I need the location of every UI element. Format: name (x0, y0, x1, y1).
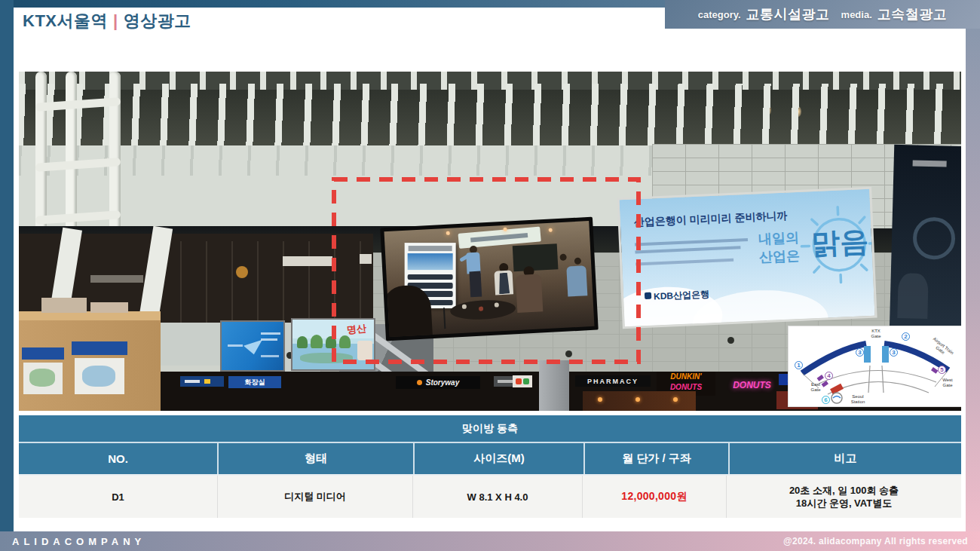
tower-pipe (35, 72, 47, 236)
small-logo-sign (513, 375, 532, 387)
paper-plane-graphic (243, 333, 265, 354)
neon-donuts-sign: DONUTS (720, 375, 784, 396)
poster-text-bar (228, 344, 243, 347)
map-label-seoul-station: Seoul Station (846, 394, 870, 405)
restaurant-logo-circle (236, 266, 248, 278)
kiosk-info-plate (22, 347, 64, 360)
map-label-east-gate: East Gate (807, 382, 825, 393)
kiosk-box (41, 298, 87, 313)
media-value: 고속철광고 (877, 5, 948, 23)
neon-donuts-label: DONUTS (733, 380, 771, 390)
facade-mullions (19, 84, 961, 147)
cell-type: 디지털 미디어 (218, 476, 413, 518)
sign-text-bar (498, 380, 514, 383)
kdb-bodycopy-bar (635, 238, 748, 246)
restroom-label: 화장실 (245, 378, 265, 387)
kdb-logo: KDB산업은행 (654, 288, 710, 303)
pharmacy-sign: PHARMACY (575, 375, 651, 387)
media-label: media. (841, 9, 872, 20)
kiosk-info-plate (72, 341, 127, 355)
table-data-row: D1 디지털 미디어 W 8.1 X H 4.0 12,000,000원 20초… (19, 476, 961, 518)
stall-light (635, 397, 640, 402)
pipe-tower (35, 72, 149, 236)
footer: ALIDACOMPANY @2024. alidacompany All rig… (0, 531, 980, 551)
kiosk-box (90, 302, 128, 313)
map-label-west-gate: West Gate (938, 378, 957, 388)
footer-company: ALIDACOMPANY (12, 536, 145, 547)
tower-rung (35, 97, 121, 112)
map-marker-3a: 3 (856, 348, 864, 357)
map-marker-6: 6 (822, 396, 830, 404)
storefront-signboard (283, 256, 332, 266)
page-title: KTX서울역|영상광고 (23, 10, 191, 32)
cell-note: 20초 소재, 일 100회 송출 18시간 운영, VAT별도 (727, 476, 961, 518)
kdb-billboard: 산업은행이 미리미리 준비하니까 KDB산업은행 내일의 산업은 맑음 (617, 187, 877, 329)
kdb-bodycopy-bar (635, 246, 740, 253)
map-marker-2: 2 (902, 332, 910, 341)
stall-light (598, 397, 602, 402)
highlight-dashed-box (331, 176, 642, 365)
kdb-slogan: 내일의 산업은 (753, 228, 800, 267)
storyway-logo-dot (417, 380, 422, 385)
storyway-label: Storyway (426, 378, 459, 387)
cell-size: W 8.1 X H 4.0 (413, 476, 583, 518)
food-stall-glow (583, 391, 696, 411)
station-photo: 산업은행이 미리미리 준비하니까 KDB산업은행 내일의 산업은 맑음 (19, 72, 961, 411)
concourse-column (539, 360, 569, 411)
watch-model-silhouette (897, 273, 929, 319)
poster-text-bar (261, 332, 280, 335)
title-station: KTX서울역 (23, 11, 108, 30)
col-header-size: 사이즈(M) (415, 443, 585, 474)
info-map-blob (82, 366, 115, 387)
title-media-type: 영상광고 (124, 11, 191, 30)
map-marker-4: 4 (825, 372, 833, 380)
spec-table: 맞이방 동측 NO. 형태 사이즈(M) 월 단가 / 구좌 비고 D1 디지털… (19, 415, 961, 518)
dunkin-line1: DUNKIN' (657, 372, 715, 382)
cell-no: D1 (19, 476, 218, 518)
logo-chip-red (516, 378, 522, 384)
watch-ad-panel (890, 145, 961, 335)
footer-copyright: @2024. alidacompany All rights reserved (783, 536, 968, 546)
kdb-logo-mark (645, 292, 651, 299)
sign-text-bar (185, 380, 200, 383)
logo-chip-green (523, 378, 529, 384)
category-label: category. (698, 9, 741, 20)
poster-text-bar (261, 355, 279, 357)
table-section-title: 맞이방 동측 (19, 415, 961, 443)
wayfinding-sign (180, 376, 224, 387)
poster-blue (220, 320, 285, 372)
poster-tree (311, 335, 323, 348)
wooden-kiosk (19, 311, 161, 411)
map-marker-3b: 3 (890, 348, 898, 357)
col-header-price: 월 단가 / 구좌 (585, 443, 730, 474)
kdb-slogan-line2: 산업은 (759, 248, 801, 265)
left-accent-band (0, 0, 14, 531)
watch-ring (912, 216, 955, 259)
right-accent-band (966, 0, 980, 531)
kdb-bodycopy-bar (635, 259, 733, 266)
kdb-headline: 산업은행이 미리미리 준비하니까 (633, 210, 787, 230)
kdb-slogan-big: 맑음 (810, 222, 869, 263)
poster-tree (297, 336, 308, 348)
stall-light (673, 397, 678, 402)
category-badge: category. 교통시설광고 media. 고속철광고 (665, 0, 980, 29)
info-map-blob (29, 369, 55, 387)
location-inset-map: 1 2 3 3 4 5 6 KTX Gate Airport Train Gat… (788, 326, 961, 407)
tower-rung (35, 158, 121, 172)
tower-rung (35, 210, 121, 225)
title-divider: | (108, 11, 124, 30)
table-header-row: NO. 형태 사이즈(M) 월 단가 / 구좌 비고 (19, 443, 961, 476)
poster-text-bar (261, 338, 277, 341)
storefront-sign-small (90, 275, 143, 283)
restroom-sign: 화장실 (228, 376, 281, 388)
col-header-type: 형태 (219, 443, 415, 474)
kiosk-info-panel (23, 363, 63, 394)
map-label-ktx-gate: KTX Gate (866, 329, 886, 339)
slide: KTX서울역|영상광고 category. 교통시설광고 media. 고속철광… (0, 0, 980, 551)
wall-vent (727, 337, 734, 344)
kiosk-lid (19, 311, 161, 320)
note-line1: 20초 소재, 일 100회 송출 (789, 484, 899, 497)
storyway-sign: Storyway (396, 376, 480, 389)
kdb-slogan-line1: 내일의 (758, 230, 800, 246)
col-header-note: 비고 (730, 443, 961, 474)
